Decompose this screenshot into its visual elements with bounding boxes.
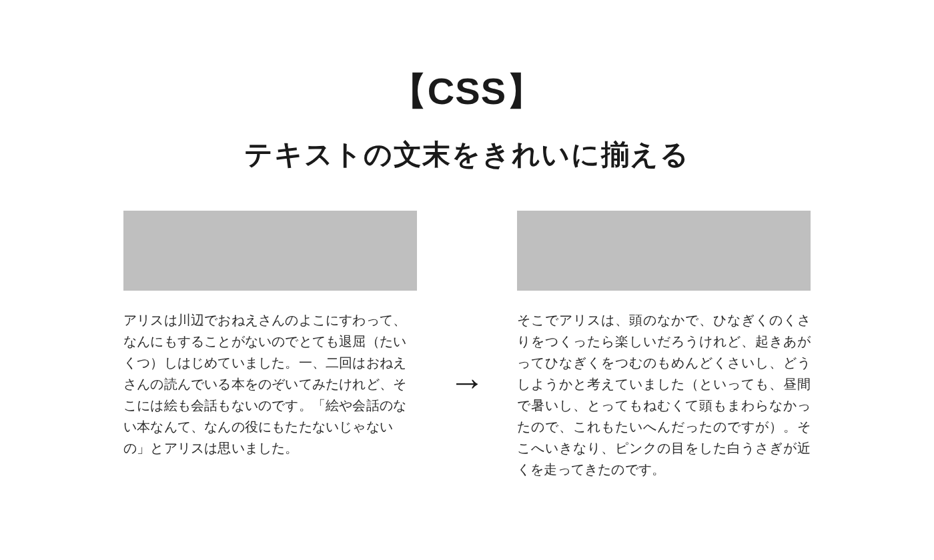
page-title: 【CSS】 bbox=[0, 67, 934, 117]
right-column: そこでアリスは、頭のなかで、ひなぎくのくさりをつくったら楽しいだろうけれど、起き… bbox=[517, 211, 811, 480]
comparison-columns: アリスは川辺でおねえさんのよこにすわって、なんにもすることがないのでとても退屈（… bbox=[0, 211, 934, 480]
right-paragraph: そこでアリスは、頭のなかで、ひなぎくのくさりをつくったら楽しいだろうけれど、起き… bbox=[517, 309, 811, 480]
image-placeholder-right bbox=[517, 211, 811, 291]
image-placeholder-left bbox=[123, 211, 417, 291]
left-paragraph: アリスは川辺でおねえさんのよこにすわって、なんにもすることがないのでとても退屈（… bbox=[123, 309, 417, 459]
left-column: アリスは川辺でおねえさんのよこにすわって、なんにもすることがないのでとても退屈（… bbox=[123, 211, 417, 459]
page-subtitle: テキストの文末をきれいに揃える bbox=[0, 136, 934, 173]
arrow-icon: → bbox=[449, 364, 485, 400]
